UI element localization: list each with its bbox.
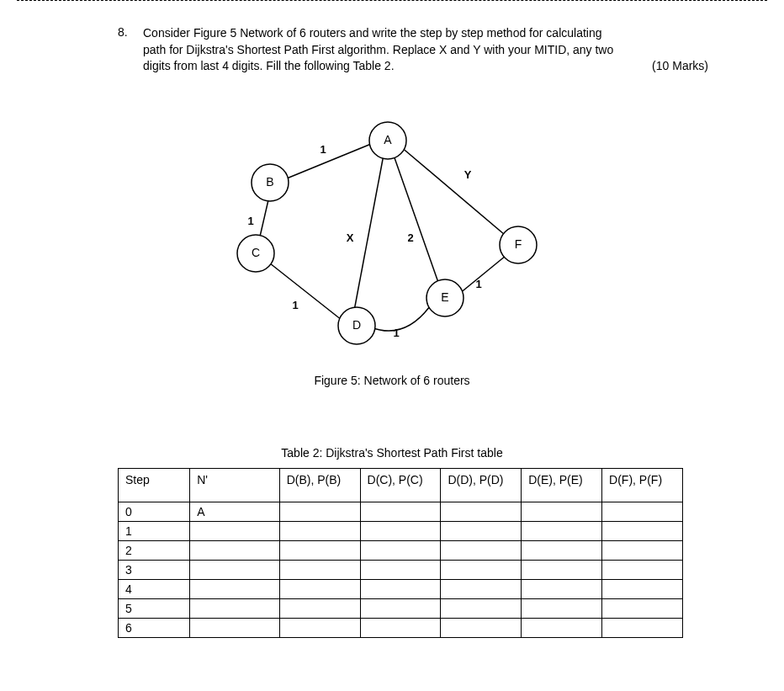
label-ef: 1 [475,278,481,290]
cell-n: A [190,502,280,521]
cell-n [190,618,280,637]
cell-n [190,598,280,618]
label-de: 1 [393,327,399,339]
figure-caption: Figure 5: Network of 6 routers [50,374,734,387]
label-ad: X [347,231,354,244]
cell-dc [360,598,441,618]
cell-dc [360,521,441,540]
question-number: 8. [118,25,128,39]
cell-step: 0 [119,502,190,521]
cell-db [279,540,360,560]
cell-n [190,521,280,540]
cell-db [279,598,360,618]
dijkstra-table: Step N' D(B), P(B) D(C), P(C) D(D), P(D)… [118,468,683,638]
label-ae: 2 [407,231,413,244]
cell-de [522,560,602,579]
cell-db [279,560,360,579]
node-f-label: F [515,237,522,250]
cell-step: 4 [119,579,190,598]
table-caption: Table 2: Dijkstra's Shortest Path First … [50,446,734,460]
question-line1: Consider Figure 5 Network of 6 routers a… [143,26,602,40]
cell-dd [441,502,522,521]
header-step: Step [119,468,190,502]
label-bc: 1 [247,215,253,227]
cell-de [522,579,602,598]
node-c-label: C [252,245,260,258]
cell-df [602,618,683,637]
cell-de [522,521,602,540]
edge-ab [283,142,375,180]
edge-af [400,146,510,239]
label-af: Y [464,168,472,181]
cell-dd [441,540,522,560]
label-cd: 1 [292,299,298,311]
table-header-row: Step N' D(B), P(B) D(C), P(C) D(D), P(D)… [119,468,683,502]
header-n: N' [190,468,280,502]
cell-dc [360,579,441,598]
table-row: 5 [119,598,683,618]
cell-de [522,618,602,637]
question-block: 8. Consider Figure 5 Network of 6 router… [143,25,708,75]
table-row: 4 [119,579,683,598]
cell-step: 1 [119,521,190,540]
header-dd: D(D), P(D) [441,468,522,502]
cell-n [190,540,280,560]
cell-db [279,579,360,598]
table-row: 3 [119,560,683,579]
table-row: 6 [119,618,683,637]
cell-dd [441,618,522,637]
edge-de [371,306,430,331]
cell-n [190,560,280,579]
network-diagram: 1 1 1 X 2 Y 1 1 A B C D E F [215,109,569,361]
cell-df [602,521,683,540]
header-de: D(E), P(E) [522,468,602,502]
top-dashed-border [17,0,767,2]
cell-dd [441,598,522,618]
question-line3: digits from last 4 digits. Fill the foll… [143,59,395,72]
header-dc: D(C), P(C) [360,468,441,502]
question-line2: path for Dijkstra's Shortest Path First … [143,43,613,56]
cell-de [522,598,602,618]
cell-df [602,560,683,579]
edge-ef [459,256,506,294]
cell-db [279,618,360,637]
cell-step: 3 [119,560,190,579]
cell-db [279,502,360,521]
cell-step: 6 [119,618,190,637]
node-b-label: B [266,174,273,188]
edge-ad [354,155,384,311]
label-ab: 1 [320,143,326,156]
cell-dd [441,560,522,579]
question-marks: (10 Marks) [652,58,708,75]
node-e-label: E [441,290,448,303]
cell-dd [441,521,522,540]
header-db: D(B), P(B) [279,468,360,502]
edge-cd [266,260,346,323]
header-df: D(F), P(F) [602,468,683,502]
node-d-label: D [352,317,361,331]
cell-dc [360,560,441,579]
table-row: 1 [119,521,683,540]
cell-dd [441,579,522,598]
cell-de [522,502,602,521]
cell-dc [360,502,441,521]
table-row: 0A [119,502,683,521]
cell-step: 5 [119,598,190,618]
cell-de [522,540,602,560]
cell-df [602,540,683,560]
node-a-label: A [384,132,392,146]
cell-n [190,579,280,598]
cell-dc [360,618,441,637]
cell-df [602,598,683,618]
question-text: Consider Figure 5 Network of 6 routers a… [143,25,708,75]
table-row: 2 [119,540,683,560]
cell-db [279,521,360,540]
cell-df [602,502,683,521]
cell-dc [360,540,441,560]
cell-step: 2 [119,540,190,560]
cell-df [602,579,683,598]
edge-ae [392,151,441,290]
